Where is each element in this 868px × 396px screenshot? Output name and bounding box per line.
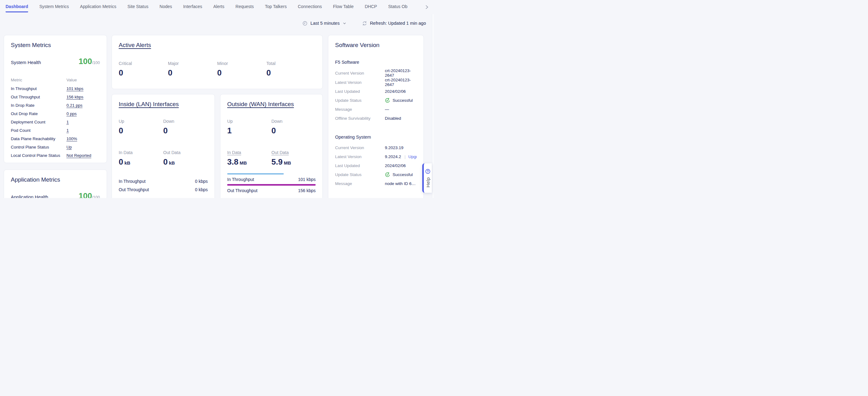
help-button[interactable]: Help: [422, 163, 432, 193]
f5-software-section-title: F5 Software: [335, 60, 417, 65]
tab-site-status[interactable]: Site Status: [127, 0, 148, 12]
wan-out-throughput-value: 156 kbps: [298, 188, 316, 193]
lan-out-data-stat: Out Data 0kB: [163, 150, 208, 166]
tab-top-talkers[interactable]: Top Talkers: [265, 0, 287, 12]
wan-in-data-unit: MB: [240, 160, 247, 166]
alert-stat-label: Minor: [217, 61, 267, 66]
software-version-title: Software Version: [335, 42, 417, 48]
wan-up-stat: Up 1: [227, 119, 271, 135]
alert-stat-value: 0: [119, 69, 168, 77]
metric-value-link[interactable]: 0 pps: [66, 111, 100, 116]
wan-up-value: 1: [227, 126, 271, 135]
row-label: Message: [335, 181, 385, 186]
f5-current-version-row: Current Version crt-20240123-2647: [335, 68, 417, 78]
chevron-down-icon: [342, 21, 346, 25]
tab-dhcp[interactable]: DHCP: [365, 0, 377, 12]
chevron-right-icon[interactable]: [424, 4, 430, 10]
os-last-updated-row: Last Updated 2024/02/06: [335, 161, 417, 170]
row-label: Last Updated: [335, 89, 385, 94]
lan-in-data-label: In Data: [119, 150, 163, 155]
tab-status-objects[interactable]: Status Ob: [388, 0, 407, 12]
toolbar: Last 5 minutes Refresh: Updated 1 min ag…: [302, 19, 426, 28]
metric-value-link[interactable]: 0.21 pps: [66, 103, 100, 108]
metric-value-link[interactable]: 1: [66, 120, 100, 124]
time-range-label: Last 5 minutes: [310, 21, 339, 26]
tab-nodes[interactable]: Nodes: [159, 0, 172, 12]
tab-system-metrics[interactable]: System Metrics: [39, 0, 69, 12]
wan-out-data-link[interactable]: Out Data: [271, 150, 316, 155]
tab-dashboard[interactable]: Dashboard: [6, 0, 28, 12]
row-value: Disabled: [385, 116, 417, 121]
refresh-label: Refresh: Updated 1 min ago: [370, 21, 426, 26]
row-value: 9.2024.2: [385, 154, 401, 159]
status-text: Successful: [393, 172, 413, 177]
row-value: 2024/02/06: [385, 163, 417, 168]
table-row: Local Control Plane StatusNot Reported: [11, 151, 100, 160]
scrollbar-track[interactable]: [432, 14, 434, 198]
lan-down-label: Down: [163, 119, 208, 124]
tab-interfaces[interactable]: Interfaces: [183, 0, 202, 12]
row-label: Message: [335, 107, 385, 112]
wan-out-throughput-bar: [227, 184, 316, 186]
status-text: Successful: [393, 98, 413, 103]
row-label: Offline Survivability: [335, 116, 385, 121]
wan-in-data-link[interactable]: In Data: [227, 150, 271, 155]
application-health-row: Application Health 100/100: [11, 192, 100, 198]
wan-up-label: Up: [227, 119, 271, 124]
metric-label: Deployment Count: [11, 120, 66, 124]
value-column-header: Value: [66, 78, 100, 82]
active-alerts-card: Active Alerts Critical 0 Major 0 Minor 0…: [112, 35, 323, 89]
application-metrics-card: Application Metrics Application Health 1…: [4, 170, 107, 198]
metric-label: In Drop Rate: [11, 103, 66, 108]
top-nav: Dashboard System Metrics Application Met…: [0, 0, 434, 14]
application-health-value: 100/100: [79, 192, 100, 198]
table-row: Deployment Count1: [11, 118, 100, 126]
wan-interfaces-title-link[interactable]: Outside (WAN) Interfaces: [227, 101, 316, 107]
active-alerts-title-link[interactable]: Active Alerts: [119, 42, 316, 48]
table-row: In Drop Rate0.21 pps: [11, 101, 100, 110]
tab-flow-table[interactable]: Flow Table: [333, 0, 353, 12]
metric-value-link[interactable]: 100%: [66, 136, 100, 141]
os-update-status-value: Successful: [385, 172, 417, 177]
os-update-status-row: Update Status Successful: [335, 170, 417, 179]
system-health-max: /100: [92, 60, 100, 65]
tab-application-metrics[interactable]: Application Metrics: [80, 0, 117, 12]
tab-requests[interactable]: Requests: [236, 0, 254, 12]
tab-alerts[interactable]: Alerts: [213, 0, 224, 12]
alert-stat-label: Major: [168, 61, 217, 66]
f5-software-rows: Current Version crt-20240123-2647 Latest…: [335, 68, 417, 123]
system-health-label: System Health: [11, 60, 41, 65]
row-value: crt-20240123-2647: [385, 68, 417, 78]
row-label: Update Status: [335, 98, 385, 103]
wan-updown-stats: Up 1 Down 0: [227, 119, 316, 135]
lan-interfaces-title-link[interactable]: Inside (LAN) Interfaces: [119, 101, 208, 107]
metric-column-header: Metric: [11, 78, 66, 82]
metric-value-link[interactable]: 1: [66, 128, 100, 133]
os-current-version-row: Current Version 9.2023.19: [335, 143, 417, 152]
system-health-value: 100/100: [79, 57, 100, 65]
alert-stat-value: 0: [217, 69, 267, 77]
table-row: Out Drop Rate0 pps: [11, 110, 100, 118]
upgrade-link[interactable]: Upgrade: [408, 154, 417, 159]
metric-value-link[interactable]: 156 kbps: [66, 95, 100, 99]
tab-connections[interactable]: Connections: [298, 0, 322, 12]
time-range-selector[interactable]: Last 5 minutes: [302, 21, 346, 26]
wan-in-throughput-value: 101 kbps: [298, 177, 316, 182]
lan-in-throughput-value: 0 kbps: [195, 179, 208, 184]
system-health-row: System Health 100/100: [11, 57, 100, 65]
row-value: 2024/02/06: [385, 89, 417, 94]
metric-value-link[interactable]: Not Reported: [66, 153, 100, 158]
f5-last-updated-row: Last Updated 2024/02/06: [335, 87, 417, 96]
operating-system-rows: Current Version 9.2023.19 Latest Version…: [335, 143, 417, 188]
lan-out-data-unit: kB: [169, 160, 175, 166]
os-message-row: Message node with ID 6dc66856-1...: [335, 179, 417, 188]
lan-up-stat: Up 0: [119, 119, 163, 135]
lan-down-value: 0: [163, 126, 208, 135]
row-label: Latest Version: [335, 154, 385, 159]
metric-value-link[interactable]: 101 kbps: [66, 86, 100, 91]
refresh-control[interactable]: Refresh: Updated 1 min ago: [362, 21, 426, 26]
alert-stat-critical: Critical 0: [119, 61, 168, 77]
lan-in-throughput-row: In Throughput 0 kbps: [119, 177, 208, 185]
metric-value-link[interactable]: Up: [66, 145, 100, 149]
divider: |: [405, 154, 406, 159]
